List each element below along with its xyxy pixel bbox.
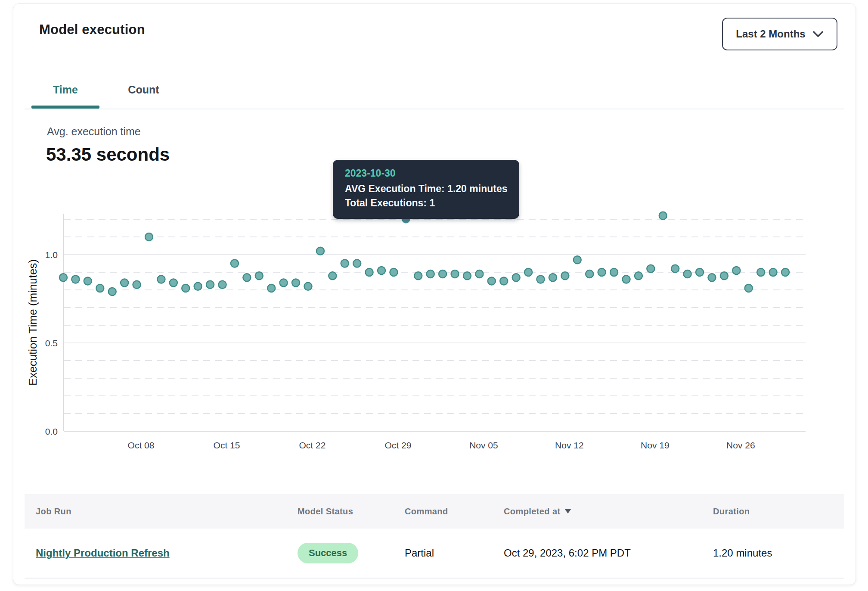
chart-tooltip: 2023-10-30 AVG Execution Time: 1.20 minu… (333, 160, 519, 219)
chart-canvas: 0.00.51.0Oct 08Oct 15Oct 22Oct 29Nov 05N… (26, 199, 827, 461)
data-point[interactable] (659, 212, 667, 220)
data-point[interactable] (414, 272, 422, 280)
data-point[interactable] (610, 268, 618, 276)
y-axis-title: Execution Time (minutes) (26, 259, 39, 386)
status-badge: Success (298, 543, 358, 563)
data-point[interactable] (108, 288, 116, 296)
x-tick-label: Nov 12 (555, 440, 584, 450)
tab-count[interactable]: Count (122, 75, 165, 108)
data-point[interactable] (84, 277, 92, 285)
tooltip-avg-line: AVG Execution Time: 1.20 minutes (345, 182, 507, 196)
data-point[interactable] (59, 274, 67, 281)
data-point[interactable] (316, 247, 324, 255)
data-point[interactable] (170, 279, 177, 287)
data-point[interactable] (500, 277, 508, 285)
data-points (59, 212, 789, 296)
x-tick-label: Oct 08 (128, 440, 155, 450)
data-point[interactable] (157, 275, 165, 283)
data-point[interactable] (781, 268, 789, 276)
data-point[interactable] (341, 260, 349, 268)
x-tick-label: Nov 19 (641, 440, 670, 450)
data-point[interactable] (390, 268, 397, 276)
data-point[interactable] (622, 275, 630, 283)
gridlines (64, 219, 806, 414)
data-point[interactable] (71, 275, 79, 283)
data-point[interactable] (219, 281, 226, 289)
data-point[interactable] (243, 274, 251, 281)
col-header-completed-at[interactable]: Completed at (504, 507, 713, 516)
page: Model execution Last 2 Months Time Count… (0, 0, 868, 591)
duration-cell: 1.20 minutes (713, 547, 844, 559)
data-point[interactable] (574, 256, 581, 264)
tab-time[interactable]: Time (31, 75, 99, 108)
data-point[interactable] (732, 267, 740, 274)
sort-desc-icon[interactable] (564, 509, 571, 513)
date-range-value: Last 2 Months (736, 28, 805, 40)
data-point[interactable] (280, 279, 288, 287)
data-point[interactable] (194, 283, 202, 290)
data-point[interactable] (720, 272, 728, 280)
data-point[interactable] (696, 268, 704, 276)
data-point[interactable] (329, 272, 336, 280)
x-tick-label: Nov 26 (726, 440, 755, 450)
data-point[interactable] (635, 272, 642, 280)
page-title: Model execution (39, 22, 145, 37)
y-tick-label: 1.0 (45, 250, 58, 260)
data-point[interactable] (267, 284, 275, 292)
avg-execution-time-value: 53.35 seconds (46, 144, 170, 165)
data-point[interactable] (769, 268, 777, 276)
job-runs-table: Job Run Model Status Command Completed a… (25, 494, 844, 579)
data-point[interactable] (745, 284, 753, 292)
avg-execution-time-label: Avg. execution time (47, 125, 141, 138)
x-tick-label: Oct 22 (299, 440, 326, 450)
data-point[interactable] (647, 265, 654, 273)
data-point[interactable] (304, 283, 312, 290)
data-point[interactable] (366, 268, 373, 276)
chevron-down-icon (812, 31, 824, 37)
data-point[interactable] (206, 281, 214, 289)
table-header-row: Job Run Model Status Command Completed a… (25, 494, 844, 529)
data-point[interactable] (549, 274, 557, 281)
tooltip-total-line: Total Executions: 1 (345, 196, 507, 210)
completed-at-cell: Oct 29, 2023, 6:02 PM PDT (504, 547, 713, 559)
data-point[interactable] (475, 270, 483, 278)
data-point[interactable] (684, 270, 691, 278)
data-point[interactable] (145, 233, 153, 241)
data-point[interactable] (121, 279, 128, 287)
data-point[interactable] (182, 284, 189, 292)
x-tick-label: Nov 05 (469, 440, 498, 450)
data-point[interactable] (133, 281, 141, 289)
data-point[interactable] (292, 279, 300, 287)
data-point[interactable] (671, 265, 679, 273)
data-point[interactable] (439, 270, 446, 278)
data-point[interactable] (586, 270, 593, 278)
data-point[interactable] (451, 270, 459, 278)
data-point[interactable] (512, 274, 520, 281)
date-range-dropdown[interactable]: Last 2 Months (722, 18, 837, 50)
table-row: Nightly Production Refresh Success Parti… (25, 529, 844, 579)
model-execution-card: Model execution Last 2 Months Time Count… (13, 3, 856, 585)
data-point[interactable] (231, 260, 239, 268)
col-header-command: Command (405, 507, 504, 516)
data-point[interactable] (255, 272, 263, 280)
y-tick-label: 0.5 (45, 338, 58, 348)
col-header-model-status: Model Status (298, 507, 405, 516)
data-point[interactable] (537, 275, 545, 283)
data-point[interactable] (757, 268, 765, 276)
data-point[interactable] (708, 274, 716, 281)
job-run-link[interactable]: Nightly Production Refresh (36, 547, 170, 559)
x-tick-label: Oct 29 (385, 440, 412, 450)
data-point[interactable] (353, 260, 361, 268)
data-point[interactable] (463, 272, 471, 280)
x-tick-label: Oct 15 (214, 440, 240, 450)
data-point[interactable] (524, 268, 532, 276)
col-header-duration: Duration (713, 507, 844, 516)
tooltip-date: 2023-10-30 (345, 168, 507, 179)
data-point[interactable] (561, 272, 569, 280)
command-cell: Partial (405, 547, 504, 559)
data-point[interactable] (427, 270, 434, 278)
data-point[interactable] (378, 267, 385, 274)
data-point[interactable] (96, 284, 104, 292)
data-point[interactable] (488, 277, 496, 285)
data-point[interactable] (598, 268, 606, 276)
